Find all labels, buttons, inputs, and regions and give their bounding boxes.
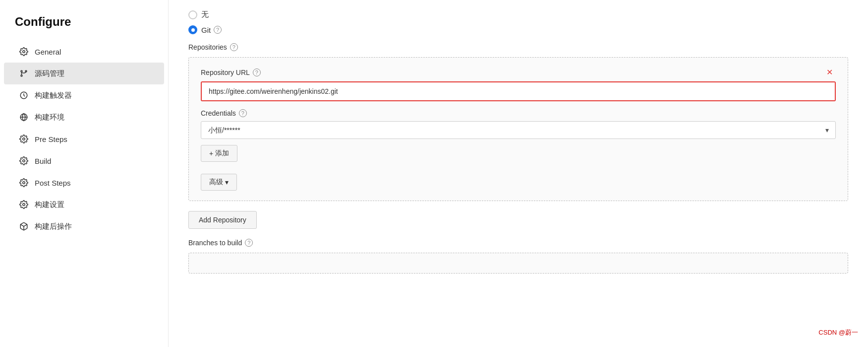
svg-point-7	[23, 160, 25, 162]
sidebar-item-build-settings-label: 构建设置	[35, 200, 64, 209]
sidebar-item-source-control-label: 源码管理	[35, 69, 64, 78]
sidebar-item-build-env[interactable]: 构建环境	[4, 106, 164, 128]
repository-config-box: Repository URL ? ✕ Credentials ? 小恒/****…	[188, 57, 848, 201]
repo-url-label: Repository URL ?	[201, 69, 261, 76]
credentials-select[interactable]: 小恒/******	[201, 121, 836, 139]
svg-point-6	[23, 138, 25, 140]
sidebar-item-general-label: General	[35, 48, 61, 56]
add-repository-button[interactable]: Add Repository	[188, 211, 257, 229]
repo-url-help-icon[interactable]: ?	[253, 69, 261, 76]
svg-point-1	[21, 70, 22, 72]
sidebar-item-post-build-label: 构建后操作	[35, 222, 72, 231]
add-credentials-button[interactable]: + 添加	[201, 145, 237, 162]
sidebar-item-build-triggers[interactable]: 构建触发器	[4, 84, 164, 106]
sidebar-item-build[interactable]: Build	[4, 150, 164, 172]
sidebar-item-build-env-label: 构建环境	[35, 113, 64, 122]
chevron-down-small-icon: ▾	[225, 178, 229, 186]
post-steps-icon	[19, 178, 29, 188]
branches-label: Branches to build ?	[188, 239, 848, 247]
globe-icon	[19, 112, 29, 122]
scm-radio-group: 无 Git ?	[188, 10, 848, 34]
credentials-help-icon[interactable]: ?	[239, 109, 247, 117]
sidebar-item-build-label: Build	[35, 157, 51, 165]
build-icon	[19, 156, 29, 166]
main-content: 无 Git ? Repositories ? Repository URL ?	[169, 0, 868, 347]
sidebar-item-build-triggers-label: 构建触发器	[35, 91, 72, 100]
url-input-wrapper	[201, 81, 836, 101]
svg-point-0	[23, 51, 25, 53]
repository-url-input[interactable]	[202, 82, 835, 100]
radio-none[interactable]: 无	[188, 10, 848, 19]
plus-icon: +	[209, 149, 213, 157]
svg-point-9	[23, 204, 25, 206]
git-help-icon[interactable]: ?	[214, 26, 222, 34]
sidebar-item-source-control[interactable]: 源码管理	[4, 63, 164, 84]
sidebar-item-build-settings[interactable]: 构建设置	[4, 194, 164, 215]
sidebar-item-pre-steps[interactable]: Pre Steps	[4, 128, 164, 150]
repositories-section-label: Repositories ?	[188, 43, 848, 51]
repositories-help-icon[interactable]: ?	[230, 43, 238, 51]
sidebar-item-pre-steps-label: Pre Steps	[35, 135, 67, 143]
branches-help-icon[interactable]: ?	[245, 239, 253, 247]
gear-icon	[19, 47, 29, 57]
radio-none-label: 无	[201, 10, 209, 19]
advanced-button[interactable]: 高级 ▾	[201, 174, 237, 191]
credentials-label: Credentials ?	[201, 109, 836, 117]
svg-point-8	[23, 182, 25, 184]
close-repository-button[interactable]: ✕	[823, 68, 836, 77]
pre-steps-icon	[19, 134, 29, 144]
branches-config-box	[188, 253, 848, 274]
sidebar-item-post-steps[interactable]: Post Steps	[4, 172, 164, 194]
build-settings-icon	[19, 200, 29, 209]
credentials-select-wrapper: 小恒/****** ▾	[201, 121, 836, 139]
clock-icon	[19, 90, 29, 100]
sidebar-item-post-steps-label: Post Steps	[35, 179, 71, 187]
radio-git[interactable]: Git ?	[188, 25, 848, 34]
radio-git-label: Git ?	[201, 26, 222, 34]
sidebar: Configure General 源码管理	[0, 0, 169, 347]
radio-none-circle[interactable]	[188, 10, 197, 19]
cube-icon	[19, 221, 29, 231]
sidebar-item-post-build[interactable]: 构建后操作	[4, 215, 164, 237]
git-branch-icon	[19, 69, 29, 78]
sidebar-item-general[interactable]: General	[4, 41, 164, 63]
page-title: Configure	[0, 10, 168, 41]
radio-git-circle[interactable]	[188, 25, 197, 34]
repo-url-header: Repository URL ? ✕	[201, 68, 836, 77]
svg-point-3	[21, 75, 22, 76]
